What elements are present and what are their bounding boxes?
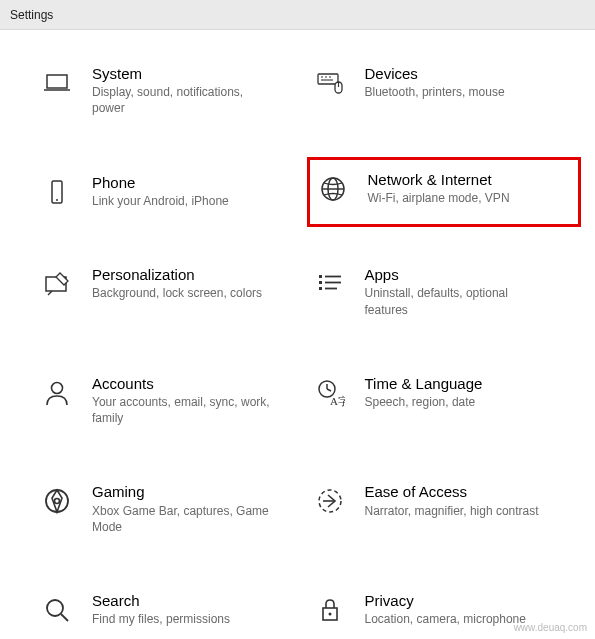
settings-tile-system[interactable]: SystemDisplay, sound, notifications, pow…	[40, 58, 303, 123]
tile-text: Time & LanguageSpeech, region, date	[365, 374, 483, 410]
tile-description: Display, sound, notifications, power	[92, 84, 272, 116]
tile-description: Location, camera, microphone	[365, 611, 526, 627]
settings-tile-gaming[interactable]: GamingXbox Game Bar, captures, Game Mode	[40, 476, 303, 541]
tile-description: Bluetooth, printers, mouse	[365, 84, 505, 100]
tile-title: Time & Language	[365, 374, 483, 394]
tile-description: Wi-Fi, airplane mode, VPN	[368, 190, 510, 206]
tile-text: Ease of AccessNarrator, magnifier, high …	[365, 482, 539, 518]
tile-title: Apps	[365, 265, 545, 285]
time-language-icon	[313, 376, 347, 410]
tile-title: Devices	[365, 64, 505, 84]
tile-description: Speech, region, date	[365, 394, 483, 410]
tile-description: Narrator, magnifier, high contrast	[365, 503, 539, 519]
window-title: Settings	[10, 8, 53, 22]
tile-text: PhoneLink your Android, iPhone	[92, 173, 229, 209]
apps-list-icon	[313, 267, 347, 301]
tile-description: Link your Android, iPhone	[92, 193, 229, 209]
tile-title: Phone	[92, 173, 229, 193]
settings-tile-personalization[interactable]: PersonalizationBackground, lock screen, …	[40, 259, 303, 324]
tile-description: Your accounts, email, sync, work, family	[92, 394, 272, 426]
settings-tile-ease-of-access[interactable]: Ease of AccessNarrator, magnifier, high …	[313, 476, 576, 541]
search-icon	[40, 593, 74, 627]
tile-title: Network & Internet	[368, 170, 510, 190]
tile-title: Privacy	[365, 591, 526, 611]
tile-text: SystemDisplay, sound, notifications, pow…	[92, 64, 272, 117]
window-titlebar: Settings	[0, 0, 595, 30]
person-icon	[40, 376, 74, 410]
gaming-icon	[40, 484, 74, 518]
tile-text: PersonalizationBackground, lock screen, …	[92, 265, 262, 301]
tile-title: Ease of Access	[365, 482, 539, 502]
tile-title: Accounts	[92, 374, 272, 394]
ease-of-access-icon	[313, 484, 347, 518]
settings-tile-search[interactable]: SearchFind my files, permissions	[40, 585, 303, 633]
tile-description: Xbox Game Bar, captures, Game Mode	[92, 503, 272, 535]
watermark: www.deuaq.com	[514, 622, 587, 633]
tile-title: Personalization	[92, 265, 262, 285]
settings-tile-accounts[interactable]: AccountsYour accounts, email, sync, work…	[40, 368, 303, 433]
lock-icon	[313, 593, 347, 627]
settings-tile-devices[interactable]: DevicesBluetooth, printers, mouse	[313, 58, 576, 123]
keyboard-mouse-icon	[313, 66, 347, 100]
phone-icon	[40, 175, 74, 209]
settings-tile-phone[interactable]: PhoneLink your Android, iPhone	[40, 167, 303, 215]
tile-text: SearchFind my files, permissions	[92, 591, 230, 627]
tile-text: AccountsYour accounts, email, sync, work…	[92, 374, 272, 427]
tile-text: Network & InternetWi-Fi, airplane mode, …	[368, 170, 510, 206]
tile-description: Background, lock screen, colors	[92, 285, 262, 301]
settings-tile-network[interactable]: Network & InternetWi-Fi, airplane mode, …	[307, 157, 582, 227]
tile-text: AppsUninstall, defaults, optional featur…	[365, 265, 545, 318]
tile-title: Search	[92, 591, 230, 611]
tile-description: Uninstall, defaults, optional features	[365, 285, 545, 317]
settings-tile-apps[interactable]: AppsUninstall, defaults, optional featur…	[313, 259, 576, 324]
tile-title: Gaming	[92, 482, 272, 502]
globe-icon	[316, 172, 350, 206]
settings-tile-time-language[interactable]: Time & LanguageSpeech, region, date	[313, 368, 576, 433]
laptop-icon	[40, 66, 74, 100]
tile-title: System	[92, 64, 272, 84]
tile-text: DevicesBluetooth, printers, mouse	[365, 64, 505, 100]
personalization-icon	[40, 267, 74, 301]
settings-grid: SystemDisplay, sound, notifications, pow…	[0, 30, 595, 639]
tile-description: Find my files, permissions	[92, 611, 230, 627]
tile-text: GamingXbox Game Bar, captures, Game Mode	[92, 482, 272, 535]
tile-text: PrivacyLocation, camera, microphone	[365, 591, 526, 627]
